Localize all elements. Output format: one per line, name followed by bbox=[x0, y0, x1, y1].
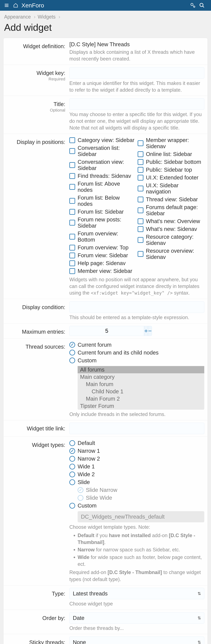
chevron-icon: › bbox=[34, 14, 36, 20]
svg-line-6 bbox=[203, 6, 204, 8]
home-icon[interactable] bbox=[12, 2, 19, 9]
title-input[interactable] bbox=[69, 98, 204, 110]
position-checkbox[interactable]: Forum new posts: Sidebar bbox=[69, 216, 136, 230]
forum-multiselect[interactable]: All forums Main category Main forum Chil… bbox=[78, 366, 204, 410]
forum-option[interactable]: Main forum bbox=[78, 380, 204, 388]
label-condition: Display condition: bbox=[4, 302, 69, 321]
widget-key-input[interactable] bbox=[69, 67, 204, 78]
admin-icon[interactable] bbox=[189, 2, 196, 9]
radio-type-narrow1[interactable]: Narrow 1 bbox=[69, 447, 204, 455]
forum-option[interactable]: Main Forum 2 bbox=[78, 395, 204, 402]
label-type: Type: bbox=[4, 588, 69, 607]
max-entries-input[interactable] bbox=[69, 326, 144, 336]
widget-types-notes: Choose widget template types. Note: Defa… bbox=[69, 524, 204, 583]
top-bar: XenForo bbox=[0, 0, 211, 11]
position-checkbox[interactable]: What's new: Sidenav bbox=[138, 225, 204, 233]
svg-point-5 bbox=[200, 3, 203, 6]
radio-type-slide[interactable]: Slide bbox=[69, 478, 204, 486]
position-checkbox[interactable]: Member view: Sidebar bbox=[69, 267, 136, 275]
position-checkbox[interactable]: What's new: Overview bbox=[138, 217, 204, 225]
radio-type-wide2[interactable]: Wide 2 bbox=[69, 470, 204, 478]
position-checkbox[interactable]: UI.X: Sidebar navigation bbox=[138, 182, 204, 196]
position-checkbox[interactable]: Find threads: Sidenav bbox=[69, 172, 136, 180]
position-checkbox[interactable]: Conversation view: Sidebar bbox=[69, 158, 136, 172]
label-positions: Display in positions: bbox=[4, 136, 69, 296]
forum-option[interactable]: Main category bbox=[78, 373, 204, 380]
position-checkbox[interactable]: Help page: Sidenav bbox=[69, 259, 136, 267]
chevron-icon: › bbox=[59, 14, 60, 20]
position-checkbox[interactable]: Conversation list: Sidebar bbox=[69, 144, 136, 158]
position-checkbox[interactable]: Forum list: Below nodes bbox=[69, 194, 136, 208]
position-checkbox[interactable]: Online list: Sidebar bbox=[138, 150, 204, 158]
title-desc: You may choose to enter a specific title… bbox=[69, 111, 204, 131]
forum-option[interactable]: Child Node 1 bbox=[78, 388, 204, 395]
search-icon[interactable] bbox=[199, 2, 205, 9]
position-checkbox[interactable]: Forum overview: Bottom bbox=[69, 230, 136, 244]
stepper-minus-icon[interactable]: − bbox=[148, 326, 152, 336]
forum-option[interactable]: Tipster Forum bbox=[78, 402, 204, 410]
position-checkbox[interactable]: Forums default page: Sidebar bbox=[138, 203, 204, 217]
stepper-plus-icon[interactable]: + bbox=[144, 326, 148, 336]
label-max-entries: Maximum entries: bbox=[4, 326, 69, 336]
crumb-appearance[interactable]: Appearance bbox=[4, 14, 31, 20]
crumb-widgets[interactable]: Widgets bbox=[38, 14, 56, 20]
label-widget-types: Widget types: bbox=[4, 439, 69, 583]
menu-icon[interactable] bbox=[3, 2, 10, 9]
brand-title: XenForo bbox=[22, 2, 44, 9]
radio-type-custom[interactable]: Custom bbox=[69, 502, 204, 510]
type-desc: Choose widget type bbox=[69, 600, 204, 607]
positions-desc: Widgets with no position will not appear… bbox=[69, 276, 204, 296]
order-select[interactable]: Date bbox=[69, 612, 204, 624]
position-checkbox[interactable]: UI.X: Extended footer bbox=[138, 174, 204, 182]
radio-type-default[interactable]: Default bbox=[69, 439, 204, 447]
sources-desc: Only include threads in the selected for… bbox=[69, 411, 204, 418]
widget-key-desc: Enter a unique identifier for this widge… bbox=[69, 80, 204, 93]
label-sources: Thread sources: bbox=[4, 341, 69, 418]
label-order: Order by: bbox=[4, 612, 69, 632]
svg-point-3 bbox=[191, 3, 193, 6]
radio-current-forum-child[interactable]: Current forum and its child nodes bbox=[69, 349, 204, 356]
radio-slide-wide[interactable]: Slide Wide bbox=[78, 494, 204, 502]
position-checkbox[interactable]: Forum list: Above nodes bbox=[69, 180, 136, 194]
position-checkbox[interactable]: Thread view: Sidebar bbox=[138, 196, 204, 203]
radio-slide-narrow[interactable]: Slide Narrow bbox=[78, 486, 204, 494]
radio-type-wide1[interactable]: Wide 1 bbox=[69, 463, 204, 470]
position-checkbox[interactable]: Forum list: Sidebar bbox=[69, 208, 136, 216]
title-link-input[interactable] bbox=[69, 423, 204, 434]
definition-value: [D.C Style] New Threads bbox=[69, 40, 204, 48]
sticky-select[interactable]: None bbox=[69, 636, 204, 644]
radio-custom-sources[interactable]: Custom bbox=[69, 356, 204, 364]
template-name-input bbox=[78, 511, 204, 522]
page-title: Add widget bbox=[0, 21, 211, 38]
definition-desc: Displays a block containing a list of X … bbox=[69, 49, 204, 62]
condition-input[interactable] bbox=[69, 302, 204, 313]
position-checkbox[interactable]: Forum overview: Top bbox=[69, 244, 136, 252]
label-definition: Widget definition: bbox=[4, 40, 69, 62]
position-checkbox[interactable]: Resource category: Sidenav bbox=[138, 233, 204, 247]
label-sticky: Sticky threads: bbox=[4, 636, 69, 644]
position-checkbox[interactable]: Forum view: Sidebar bbox=[69, 252, 136, 259]
radio-current-forum[interactable]: Current forum bbox=[69, 341, 204, 349]
order-desc: Order these threads by... bbox=[69, 625, 204, 632]
label-title: Title: Optional bbox=[4, 98, 69, 131]
position-checkbox[interactable]: Category view: Sidebar bbox=[69, 136, 136, 144]
position-checkbox[interactable]: Public: Sidebar bottom bbox=[138, 158, 204, 166]
forum-option[interactable]: All forums bbox=[78, 366, 204, 373]
condition-desc: This should be entered as a template-sty… bbox=[69, 314, 204, 321]
label-widget-key: Widget key: Required bbox=[4, 67, 69, 93]
position-checkbox[interactable]: Public: Sidebar top bbox=[138, 166, 204, 174]
radio-type-narrow2[interactable]: Narrow 2 bbox=[69, 455, 204, 463]
position-checkbox[interactable]: Resource overview: Sidenav bbox=[138, 247, 204, 261]
label-title-link: Widget title link: bbox=[4, 423, 69, 434]
type-select[interactable]: Latest threads bbox=[69, 588, 204, 599]
form-panel: Widget definition: [D.C Style] New Threa… bbox=[3, 38, 208, 644]
position-checkbox[interactable]: Member wrapper: Sidenav bbox=[138, 136, 204, 150]
breadcrumb: Appearance › Widgets › bbox=[0, 11, 211, 21]
